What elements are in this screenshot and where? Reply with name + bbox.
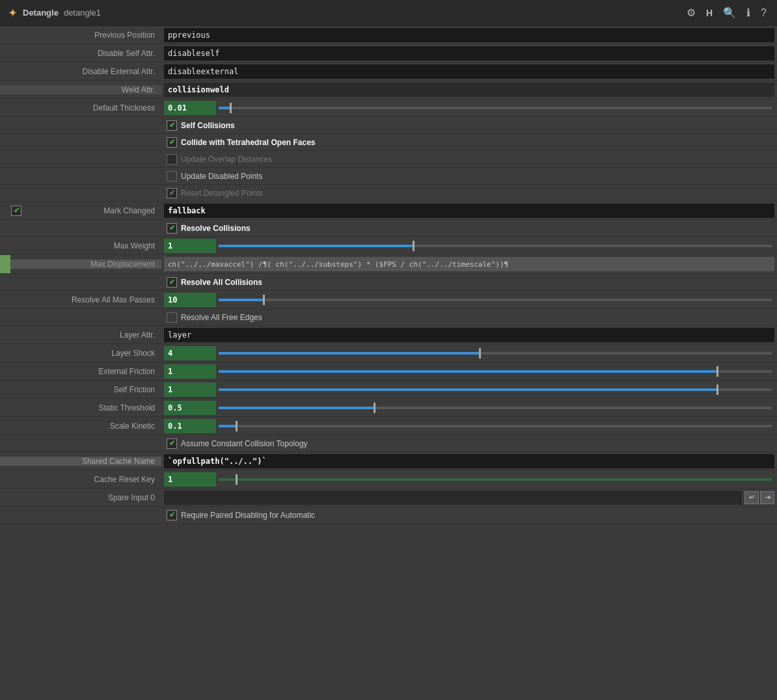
mark-changed-input[interactable]	[164, 204, 774, 218]
disable-self-attr-label: Disable Self Attr.	[0, 49, 161, 58]
max-weight-slider[interactable]	[219, 245, 772, 247]
max-displacement-input[interactable]	[164, 257, 774, 271]
update-overlap-checkbox[interactable]	[167, 154, 177, 165]
shared-cache-name-row: Shared Cache Name	[0, 452, 777, 470]
max-weight-input[interactable]	[164, 239, 216, 253]
max-displacement-label: Max Displacement	[10, 260, 161, 269]
max-displacement-indicator	[0, 255, 10, 273]
previous-position-input[interactable]	[164, 28, 774, 42]
collide-tet-checkbox[interactable]: ✔	[167, 137, 177, 148]
external-friction-input[interactable]	[164, 364, 216, 379]
resolve-collisions-label: Resolve Collisions	[181, 224, 251, 233]
shared-cache-name-label: Shared Cache Name	[0, 457, 161, 466]
resolve-all-max-passes-label: Resolve All Max Passes	[0, 295, 161, 304]
spare-input-label: Spare Input 0	[0, 493, 161, 502]
assume-constant-checkbox[interactable]: ✔	[167, 438, 177, 449]
disable-external-attr-input[interactable]	[164, 64, 774, 79]
cache-reset-key-row: Cache Reset Key	[0, 470, 777, 489]
layer-shock-row: Layer Shock	[0, 344, 777, 362]
node-name: detangle1	[64, 8, 101, 18]
assume-constant-row: ✔ Assume Constant Collision Topology	[0, 435, 777, 452]
disable-self-attr-row: Disable Self Attr.	[0, 44, 777, 62]
spare-input-field[interactable]	[164, 491, 742, 505]
external-friction-label: External Friction	[0, 367, 161, 376]
spare-input-row: Spare Input 0 ↵ ⇥	[0, 489, 777, 507]
default-thickness-label: Default Thickness	[0, 103, 161, 113]
weld-attr-row: Weld Attr.	[0, 81, 777, 99]
self-collisions-row: ✔ Self Collisions	[0, 117, 777, 134]
max-weight-label: Max Weight	[0, 241, 161, 250]
layer-shock-input[interactable]	[164, 346, 216, 360]
self-friction-row: Self Friction	[0, 381, 777, 399]
resolve-all-max-passes-slider[interactable]	[219, 299, 772, 301]
title-bar: ✦ Detangle detangle1 ⚙ H 🔍 ℹ ?	[0, 0, 777, 26]
layer-shock-label: Layer Shock	[0, 349, 161, 358]
resolve-all-free-edges-checkbox[interactable]	[167, 312, 177, 323]
previous-position-label: Previous Position	[0, 31, 161, 40]
assume-constant-label: Assume Constant Collision Topology	[181, 439, 308, 448]
scale-kinetic-slider[interactable]	[219, 425, 772, 427]
require-paired-checkbox[interactable]: ✔	[167, 510, 177, 520]
weld-attr-input[interactable]	[164, 83, 774, 97]
self-friction-input[interactable]	[164, 383, 216, 397]
scale-kinetic-label: Scale Kinetic	[0, 422, 161, 431]
resolve-collisions-checkbox[interactable]: ✔	[167, 223, 177, 234]
update-overlap-label: Update Overlap Distances	[181, 155, 272, 164]
resolve-collisions-row: ✔ Resolve Collisions	[0, 220, 777, 237]
properties-panel: Previous Position Disable Self Attr. Dis…	[0, 26, 777, 524]
cache-reset-key-label: Cache Reset Key	[0, 475, 161, 484]
update-overlap-row: Update Overlap Distances	[0, 151, 777, 168]
self-collisions-checkbox[interactable]: ✔	[167, 120, 177, 131]
disable-external-attr-label: Disable External Attr.	[0, 67, 161, 76]
self-collisions-label: Self Collisions	[181, 121, 235, 130]
update-disabled-row: Update Disabled Points	[0, 168, 777, 185]
disable-self-attr-input[interactable]	[164, 46, 774, 61]
max-weight-row: Max Weight	[0, 237, 777, 255]
resolve-all-free-edges-row: Resolve All Free Edges	[0, 309, 777, 326]
static-threshold-slider[interactable]	[219, 407, 772, 409]
max-displacement-row: Max Displacement	[0, 255, 777, 274]
layer-shock-slider[interactable]	[219, 352, 772, 355]
resolve-all-max-passes-row: Resolve All Max Passes	[0, 291, 777, 309]
self-friction-slider[interactable]	[219, 388, 772, 391]
collide-tet-row: ✔ Collide with Tetrahedral Open Faces	[0, 134, 777, 151]
reset-detangled-checkbox[interactable]: ✔	[167, 188, 177, 198]
help-h-icon[interactable]: H	[703, 7, 715, 20]
cache-reset-key-input[interactable]	[164, 472, 216, 487]
weld-attr-label: Weld Attr.	[0, 85, 161, 94]
update-disabled-checkbox[interactable]	[167, 171, 177, 182]
spare-input-forward-icon[interactable]: ⇥	[760, 491, 774, 504]
static-threshold-input[interactable]	[164, 401, 216, 415]
search-icon[interactable]: 🔍	[720, 5, 739, 20]
mark-changed-left-checkbox[interactable]: ✔	[11, 206, 21, 216]
cache-reset-key-slider[interactable]	[219, 478, 772, 481]
self-friction-label: Self Friction	[0, 385, 161, 394]
layer-attr-input[interactable]	[164, 328, 774, 342]
settings-icon[interactable]: ⚙	[684, 5, 698, 20]
app-name: Detangle	[23, 8, 59, 18]
mark-changed-row: ✔ Mark Changed	[0, 202, 777, 220]
static-threshold-row: Static Threshold	[0, 399, 777, 417]
layer-attr-label: Layer Attr.	[0, 330, 161, 340]
default-thickness-row: Default Thickness	[0, 99, 777, 117]
require-paired-row: ✔ Require Paired Disabling for Automatic	[0, 507, 777, 524]
external-friction-row: External Friction	[0, 362, 777, 381]
question-icon[interactable]: ?	[758, 6, 769, 20]
previous-position-row: Previous Position	[0, 26, 777, 44]
resolve-all-collisions-checkbox[interactable]: ✔	[167, 277, 177, 288]
default-thickness-slider[interactable]	[219, 107, 772, 109]
info-icon[interactable]: ℹ	[744, 5, 753, 20]
collide-tet-label: Collide with Tetrahedral Open Faces	[181, 138, 316, 147]
default-thickness-input[interactable]	[164, 101, 216, 115]
resolve-all-free-edges-label: Resolve All Free Edges	[181, 313, 262, 322]
layer-attr-row: Layer Attr.	[0, 326, 777, 344]
reset-detangled-label: Reset Detangled Points	[181, 189, 263, 198]
require-paired-label: Require Paired Disabling for Automatic	[181, 511, 315, 520]
external-friction-slider[interactable]	[219, 370, 772, 373]
scale-kinetic-input[interactable]	[164, 419, 216, 433]
resolve-all-collisions-label: Resolve All Collisions	[181, 278, 262, 287]
shared-cache-name-input[interactable]	[164, 454, 774, 468]
spare-input-back-icon[interactable]: ↵	[744, 491, 759, 504]
reset-detangled-row: ✔ Reset Detangled Points	[0, 185, 777, 202]
resolve-all-max-passes-input[interactable]	[164, 293, 216, 307]
